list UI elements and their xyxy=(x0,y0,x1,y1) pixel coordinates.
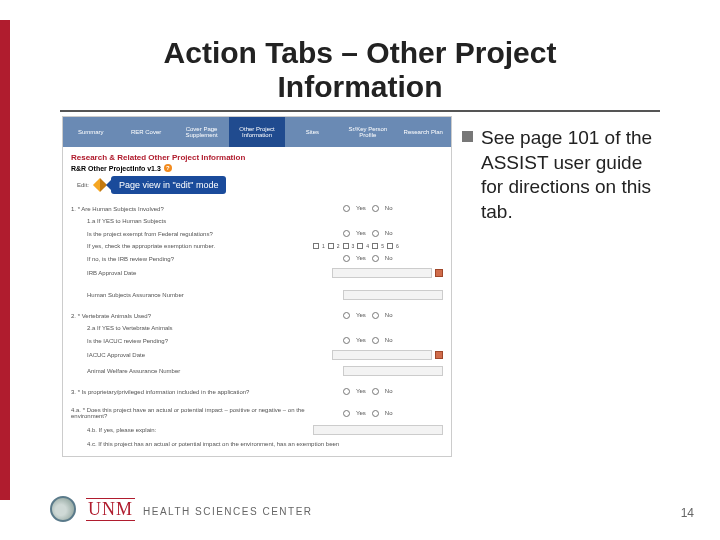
form-heading: Research & Related Other Project Informa… xyxy=(71,153,443,162)
slide-title: Action Tabs – Other Project Information xyxy=(90,36,630,104)
text-input[interactable] xyxy=(343,290,443,300)
calendar-icon[interactable] xyxy=(435,351,443,359)
unm-wordmark: UNM xyxy=(86,498,135,521)
radio-yes[interactable] xyxy=(343,312,350,319)
radio-no[interactable] xyxy=(372,205,379,212)
q1a3: If no, is the IRB review Pending? YesNo xyxy=(71,252,443,265)
q2a: 2.a If YES to Vertebrate Animals xyxy=(71,322,443,334)
q1a1: Is the project exempt from Federal regul… xyxy=(71,227,443,240)
footer-logo: UNM HEALTH SCIENCES CENTER xyxy=(50,496,313,522)
checkbox[interactable] xyxy=(328,243,334,249)
callout-box: Page view in "edit" mode xyxy=(111,176,226,194)
edit-row: Edit: Page view in "edit" mode xyxy=(77,176,443,194)
q4b: 4.b. If yes, please explain: xyxy=(71,422,443,438)
tab-sites[interactable]: Sites xyxy=(285,117,340,147)
accent-bar xyxy=(0,20,10,500)
q2a2: IACUC Approval Date xyxy=(71,347,443,363)
note-panel: See page 101 of the ASSIST user guide fo… xyxy=(462,116,662,457)
form-version: R&R Other ProjectInfo v1.3 xyxy=(71,165,161,172)
q1a: 1.a If YES to Human Subjects xyxy=(71,215,443,227)
q2a3: Animal Welfare Assurance Number xyxy=(71,363,443,379)
hsc-wordmark: HEALTH SCIENCES CENTER xyxy=(143,506,313,517)
radio-yes[interactable] xyxy=(343,410,350,417)
radio-no[interactable] xyxy=(372,230,379,237)
q2: 2. * Vertebrate Animals Used? YesNo xyxy=(71,309,443,322)
tab-summary[interactable]: Summary xyxy=(63,117,118,147)
radio-no[interactable] xyxy=(372,255,379,262)
checkbox[interactable] xyxy=(343,243,349,249)
q1a2: If yes, check the appropriate exemption … xyxy=(71,240,443,252)
title-underline xyxy=(60,110,660,112)
radio-yes[interactable] xyxy=(343,388,350,395)
checkbox[interactable] xyxy=(357,243,363,249)
radio-no[interactable] xyxy=(372,410,379,417)
tab-research-plan[interactable]: Research Plan xyxy=(396,117,451,147)
form-subheading: R&R Other ProjectInfo v1.3 ? xyxy=(71,164,443,172)
calendar-icon[interactable] xyxy=(435,269,443,277)
bullet-item: See page 101 of the ASSIST user guide fo… xyxy=(462,126,662,225)
radio-yes[interactable] xyxy=(343,337,350,344)
text-input[interactable] xyxy=(343,366,443,376)
radio-yes[interactable] xyxy=(343,205,350,212)
checkbox[interactable] xyxy=(372,243,378,249)
radio-no[interactable] xyxy=(372,312,379,319)
q3: 3. * Is proprietary/privileged informati… xyxy=(71,385,443,398)
tab-rer-cover[interactable]: RER Cover xyxy=(118,117,173,147)
radio-no[interactable] xyxy=(372,388,379,395)
content-columns: Summary RER Cover Cover Page Supplement … xyxy=(62,116,662,457)
checkbox[interactable] xyxy=(387,243,393,249)
q2a1: Is the IACUC review Pending? YesNo xyxy=(71,334,443,347)
q1a4: IRB Approval Date xyxy=(71,265,443,281)
help-icon[interactable]: ? xyxy=(164,164,172,172)
date-input[interactable] xyxy=(332,268,432,278)
page-number: 14 xyxy=(681,506,694,520)
screenshot-panel: Summary RER Cover Cover Page Supplement … xyxy=(62,116,452,457)
bullet-text: See page 101 of the ASSIST user guide fo… xyxy=(481,126,662,225)
q4a: 4.a. * Does this project have an actual … xyxy=(71,404,443,422)
tab-cover-page-supplement[interactable]: Cover Page Supplement xyxy=(174,117,229,147)
q1a5: Human Subjects Assurance Number xyxy=(71,287,443,303)
radio-no[interactable] xyxy=(372,337,379,344)
q1: 1. * Are Human Subjects Involved? YesNo xyxy=(71,202,443,215)
q4c: 4.c. If this project has an actual or po… xyxy=(71,438,443,450)
seal-icon xyxy=(50,496,76,522)
text-input[interactable] xyxy=(313,425,443,435)
bullet-icon xyxy=(462,131,473,142)
tab-srkey-person-profile[interactable]: Sr/Key Person Profile xyxy=(340,117,395,147)
radio-yes[interactable] xyxy=(343,230,350,237)
tab-bar: Summary RER Cover Cover Page Supplement … xyxy=(63,117,451,147)
edit-label: Edit: xyxy=(77,182,89,188)
q1-label: 1. * Are Human Subjects Involved? xyxy=(71,206,343,212)
checkbox[interactable] xyxy=(313,243,319,249)
tab-other-project-information[interactable]: Other Project Information xyxy=(229,117,284,147)
form-screenshot: Summary RER Cover Cover Page Supplement … xyxy=(62,116,452,457)
radio-yes[interactable] xyxy=(343,255,350,262)
date-input[interactable] xyxy=(332,350,432,360)
